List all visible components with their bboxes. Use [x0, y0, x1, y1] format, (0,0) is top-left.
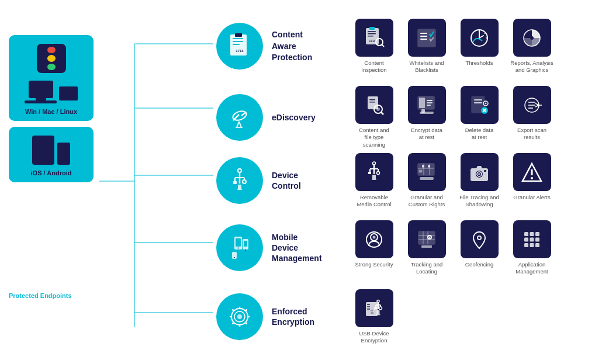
desktop-label: Win / Mac / Linux: [25, 108, 77, 115]
content-aware-name: ContentAwareProtection: [272, 29, 336, 64]
file-scanning-icon-box: [355, 86, 393, 124]
content-aware-icon: 1713: [227, 33, 252, 59]
svg-rect-42: [368, 96, 378, 109]
content-inspection-icon-box: 1713: [355, 19, 393, 57]
feature-reports: Reports, Analysisand Graphics: [508, 19, 555, 74]
svg-rect-54: [427, 105, 431, 106]
category-row-encryption: EnforcedEncryption: [216, 289, 397, 345]
svg-rect-106: [244, 241, 247, 247]
svg-rect-130: [530, 243, 534, 247]
feature-app-management: ApplicationManagement: [508, 220, 555, 276]
device-control-icon: [226, 167, 253, 194]
encrypt-data-label: Encrypt dataat rest: [411, 127, 442, 141]
app-management-icon-box: [513, 220, 551, 258]
svg-point-109: [234, 257, 235, 258]
svg-line-140: [245, 323, 247, 324]
protected-endpoints-label: Protected Endpoints: [9, 292, 72, 299]
svg-rect-128: [535, 237, 539, 241]
svg-rect-146: [367, 308, 370, 310]
svg-rect-103: [236, 238, 241, 247]
category-row-ediscovery: eDiscovery Content andfile typescanning: [216, 86, 555, 148]
svg-rect-14: [233, 41, 243, 42]
delete-data-icon-box: [461, 86, 499, 124]
svg-rect-21: [368, 36, 373, 37]
svg-point-82: [377, 171, 380, 174]
delete-data-icon: [468, 94, 490, 116]
svg-rect-29: [420, 39, 427, 40]
svg-point-83: [373, 162, 376, 165]
svg-rect-91: [422, 165, 424, 167]
category-row-device-control: DeviceControl: [216, 153, 555, 209]
svg-rect-56: [474, 99, 482, 100]
main-diagram: Win / Mac / Linux iOS / Android Protecte…: [0, 0, 602, 364]
svg-point-101: [531, 177, 533, 179]
file-tracing-icon-box: [461, 153, 499, 191]
svg-rect-92: [428, 165, 430, 167]
file-tracing-label: File Tracing andShadowing: [459, 194, 499, 209]
removable-media-icon: [363, 161, 385, 183]
granular-alerts-icon-box: [513, 153, 551, 191]
svg-point-104: [238, 248, 239, 249]
whitelists-icon-box: [408, 19, 446, 57]
feature-thresholds: Thresholds: [456, 19, 503, 74]
content-aware-features: 1713 ContentInspection: [351, 19, 555, 74]
export-scan-icon: [521, 94, 543, 116]
reports-icon-box: [513, 19, 551, 57]
thresholds-icon: [468, 27, 490, 49]
svg-point-73: [243, 180, 246, 183]
strong-security-label: Strong Security: [355, 261, 393, 268]
removable-media-icon-box: [355, 153, 393, 191]
svg-point-35: [530, 36, 534, 40]
export-scan-label: Export scanresults: [517, 127, 546, 141]
file-scanning-label: Content andfile typescanning: [359, 127, 389, 148]
feature-export-scan: Export scanresults: [508, 86, 555, 148]
usb-encryption-icon-box: 01 10: [355, 289, 393, 327]
feature-geofencing: Geofencing: [456, 220, 503, 276]
svg-text:1713: 1713: [369, 39, 375, 43]
granular-rights-icon: [416, 161, 438, 183]
app-management-label: ApplicationManagement: [515, 261, 548, 276]
svg-rect-86: [418, 164, 434, 175]
ediscovery-name: eDiscovery: [272, 112, 336, 123]
svg-rect-27: [420, 33, 427, 34]
geofencing-icon-box: [461, 220, 499, 258]
feature-granular-alerts: Granular Alerts: [508, 153, 555, 209]
svg-rect-150: [374, 307, 377, 310]
svg-point-62: [485, 102, 487, 104]
svg-line-25: [382, 44, 384, 47]
svg-text:1713: 1713: [236, 49, 244, 53]
reports-label: Reports, Analysisand Graphics: [510, 60, 553, 74]
svg-rect-44: [369, 102, 375, 103]
svg-rect-28: [420, 36, 427, 37]
encryption-features: 01 10 USB DeviceEncryption: [351, 289, 397, 345]
svg-line-139: [233, 310, 234, 311]
svg-rect-51: [420, 112, 434, 114]
device-control-name: DeviceControl: [272, 170, 336, 191]
svg-line-32: [485, 33, 486, 34]
device-control-features: RemovableMedia Control Gran: [351, 153, 555, 209]
svg-rect-16: [235, 33, 242, 37]
svg-rect-124: [530, 232, 534, 236]
svg-rect-20: [368, 33, 376, 34]
category-row-mobile: MobileDeviceManagement Strong Security: [216, 220, 555, 276]
svg-rect-155: [376, 314, 380, 315]
svg-rect-15: [233, 44, 240, 45]
granular-rights-label: Granular andCustom Rights: [409, 194, 445, 209]
mobile-mgmt-name: MobileDeviceManagement: [272, 232, 336, 264]
svg-line-38: [241, 112, 246, 116]
svg-rect-127: [530, 237, 534, 241]
svg-rect-22: [369, 27, 375, 30]
whitelists-label: Whitelists andBlacklists: [409, 60, 444, 74]
tracking-icon: [416, 228, 438, 251]
mobile-mgmt-features: Strong Security: [351, 220, 555, 276]
mobile-mgmt-icon: [226, 234, 253, 261]
svg-point-112: [373, 235, 376, 238]
feature-content-inspection: 1713 ContentInspection: [351, 19, 397, 74]
feature-file-tracing: File Tracing andShadowing: [456, 153, 503, 209]
svg-rect-52: [427, 100, 433, 101]
svg-rect-120: [421, 245, 432, 248]
svg-rect-49: [419, 98, 425, 108]
svg-rect-80: [368, 172, 371, 174]
svg-point-74: [238, 169, 241, 172]
svg-line-142: [233, 323, 234, 324]
